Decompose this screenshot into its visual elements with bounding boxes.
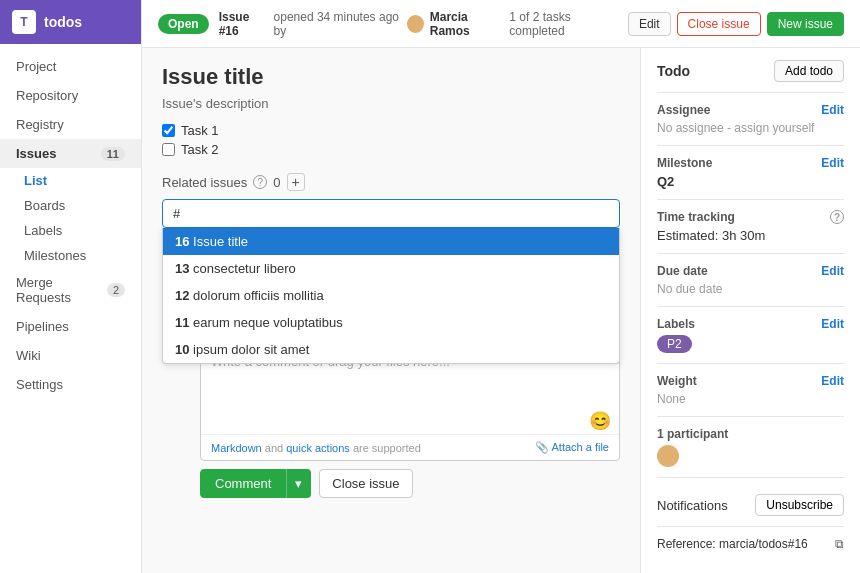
reference-label: Reference: marcia/todos#16: [657, 537, 808, 551]
assignee-edit[interactable]: Edit: [821, 103, 844, 117]
due-date-value: No due date: [657, 282, 844, 296]
milestone-value: Q2: [657, 174, 844, 189]
time-tracking-help-icon[interactable]: ?: [830, 210, 844, 224]
sidebar: T todos Project Repository Registry Issu…: [0, 0, 142, 573]
search-container: 16 Issue title 13 consectetur libero 12 …: [162, 199, 620, 228]
sidebar-header: T todos: [0, 0, 141, 44]
task-list: Task 1 Task 2: [162, 123, 620, 157]
weight-title: Weight Edit: [657, 374, 844, 388]
due-date-section: Due date Edit No due date: [657, 253, 844, 306]
close-issue-button-top[interactable]: Close issue: [677, 12, 761, 36]
sidebar-item-boards[interactable]: Boards: [0, 193, 141, 218]
participants-list: [657, 445, 844, 467]
labels-value: P2: [657, 335, 844, 353]
markdown-note: Markdown and quick actions are supported: [211, 442, 421, 454]
sidebar-item-repository[interactable]: Repository: [0, 81, 141, 110]
todo-header: Todo Add todo: [657, 60, 844, 82]
related-count: 0: [273, 175, 280, 190]
copy-reference-icon[interactable]: ⧉: [835, 537, 844, 551]
participants-section: 1 participant: [657, 416, 844, 477]
issues-badge: 11: [101, 147, 125, 161]
merge-requests-badge: 2: [107, 283, 125, 297]
sidebar-item-settings[interactable]: Settings: [0, 370, 141, 399]
project-name[interactable]: todos: [44, 14, 82, 30]
sidebar-item-list[interactable]: List: [0, 168, 141, 193]
task-item-1: Task 1: [162, 123, 620, 138]
milestone-edit[interactable]: Edit: [821, 156, 844, 170]
dropdown-item-12[interactable]: 12 dolorum officiis mollitia: [163, 282, 619, 309]
assignee-section: Assignee Edit No assignee - assign yours…: [657, 92, 844, 145]
milestone-section: Milestone Edit Q2: [657, 145, 844, 199]
close-issue-button-bottom[interactable]: Close issue: [319, 469, 412, 498]
task-1-label: Task 1: [181, 123, 219, 138]
related-issues-section: Related issues ? 0 + 16 Issue title 13 c…: [162, 173, 620, 228]
quick-actions-link[interactable]: quick actions: [286, 442, 350, 454]
label-p2: P2: [657, 335, 692, 353]
dropdown-item-13[interactable]: 13 consectetur libero: [163, 255, 619, 282]
topbar-actions: Edit Close issue New issue: [628, 12, 844, 36]
edit-button[interactable]: Edit: [628, 12, 671, 36]
time-tracking-section: Time tracking ? Estimated: 3h 30m: [657, 199, 844, 253]
sidebar-item-project[interactable]: Project: [0, 52, 141, 81]
notifications-label: Notifications: [657, 498, 728, 513]
tasks-count: 1 of 2 tasks completed: [509, 10, 618, 38]
sidebar-item-labels[interactable]: Labels: [0, 218, 141, 243]
related-help-icon[interactable]: ?: [253, 175, 267, 189]
emoji-button[interactable]: 😊: [589, 411, 611, 431]
time-tracking-value: Estimated: 3h 30m: [657, 228, 844, 243]
related-search-input[interactable]: [162, 199, 620, 228]
dropdown-item-16[interactable]: 16 Issue title: [163, 228, 619, 255]
due-date-edit[interactable]: Edit: [821, 264, 844, 278]
author-name: Marcia Ramos: [430, 10, 504, 38]
attach-file[interactable]: 📎 Attach a file: [535, 441, 609, 454]
reference-section: Reference: marcia/todos#16 ⧉: [657, 526, 844, 561]
task-item-2: Task 2: [162, 142, 620, 157]
sidebar-item-wiki[interactable]: Wiki: [0, 341, 141, 370]
milestone-title: Milestone Edit: [657, 156, 844, 170]
assignee-title: Assignee Edit: [657, 103, 844, 117]
markdown-link[interactable]: Markdown: [211, 442, 262, 454]
task-2-label: Task 2: [181, 142, 219, 157]
notification-row: Notifications Unsubscribe: [657, 494, 844, 516]
right-sidebar: Todo Add todo Assignee Edit No assignee …: [640, 48, 860, 573]
task-2-checkbox[interactable]: [162, 143, 175, 156]
status-badge: Open: [158, 14, 209, 34]
project-avatar: T: [12, 10, 36, 34]
unsubscribe-button[interactable]: Unsubscribe: [755, 494, 844, 516]
new-issue-button[interactable]: New issue: [767, 12, 844, 36]
content-area: Issue title Issue's description Task 1 T…: [142, 48, 860, 573]
dropdown-item-11[interactable]: 11 earum neque voluptatibus: [163, 309, 619, 336]
assignee-value: No assignee - assign yourself: [657, 121, 844, 135]
weight-section: Weight Edit None: [657, 363, 844, 416]
attach-link[interactable]: Attach a file: [552, 441, 609, 453]
topbar-info: Issue #16 opened 34 minutes ago by Marci…: [219, 10, 618, 38]
main-content: Open Issue #16 opened 34 minutes ago by …: [142, 0, 860, 573]
add-related-button[interactable]: +: [287, 173, 305, 191]
sidebar-item-merge-requests[interactable]: Merge Requests 2: [0, 268, 141, 312]
sidebar-item-milestones[interactable]: Milestones: [0, 243, 141, 268]
labels-section: Labels Edit P2: [657, 306, 844, 363]
labels-title: Labels Edit: [657, 317, 844, 331]
notifications-section: Notifications Unsubscribe: [657, 477, 844, 526]
sidebar-item-issues[interactable]: Issues 11: [0, 139, 141, 168]
weight-edit[interactable]: Edit: [821, 374, 844, 388]
related-issues-label: Related issues: [162, 175, 247, 190]
issue-title: Issue title: [162, 64, 620, 90]
dropdown-item-10[interactable]: 10 ipsum dolor sit amet: [163, 336, 619, 363]
comment-dropdown-button[interactable]: ▾: [286, 469, 311, 498]
sidebar-item-pipelines[interactable]: Pipelines: [0, 312, 141, 341]
participants-title: 1 participant: [657, 427, 844, 441]
related-label-row: Related issues ? 0 +: [162, 173, 620, 191]
labels-edit[interactable]: Edit: [821, 317, 844, 331]
time-tracking-title: Time tracking ?: [657, 210, 844, 224]
issue-description: Issue's description: [162, 96, 620, 111]
comment-footer: Markdown and quick actions are supported…: [201, 434, 619, 460]
author-avatar: [407, 15, 423, 33]
task-1-checkbox[interactable]: [162, 124, 175, 137]
sidebar-item-registry[interactable]: Registry: [0, 110, 141, 139]
related-dropdown: 16 Issue title 13 consectetur libero 12 …: [162, 228, 620, 364]
add-todo-button[interactable]: Add todo: [774, 60, 844, 82]
comment-button[interactable]: Comment: [200, 469, 286, 498]
participant-avatar-1: [657, 445, 679, 467]
weight-value: None: [657, 392, 844, 406]
